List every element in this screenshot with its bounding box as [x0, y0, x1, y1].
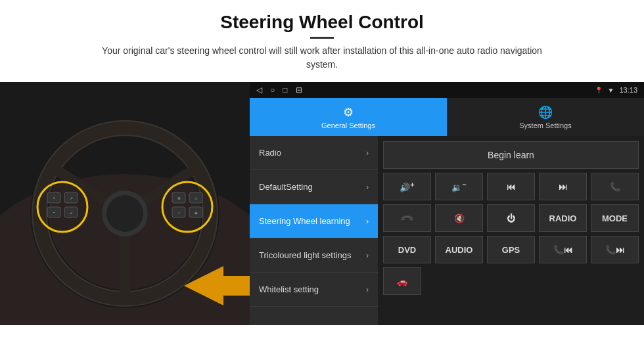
- chevron-icon: ›: [366, 217, 369, 226]
- android-ui: ◁ ○ □ ⊟ 📍 ▼ 13:13 ⚙ General Settings 🌐 S…: [250, 82, 644, 325]
- vol-down-icon: 🔉−: [451, 181, 466, 192]
- tel-prev-button[interactable]: 📞⏮: [539, 236, 587, 263]
- page-subtitle: Your original car's steering wheel contr…: [92, 44, 552, 72]
- divider: [310, 37, 334, 39]
- svg-text:−: −: [53, 210, 55, 215]
- system-settings-icon: 🌐: [538, 105, 553, 120]
- prev-track-button[interactable]: ⏮: [487, 173, 535, 200]
- home-icon[interactable]: ○: [270, 85, 275, 95]
- wifi-icon: ▼: [608, 87, 614, 94]
- steering-wheel-image: + ↗ − ↙ ⊕ ◇ ○ ◈: [0, 82, 250, 325]
- prev-icon: ⏮: [507, 182, 515, 192]
- svg-text:⊕: ⊕: [177, 196, 181, 200]
- hangup-icon: 📞: [400, 211, 415, 225]
- svg-text:○: ○: [177, 211, 180, 215]
- power-icon: ⏻: [507, 213, 515, 223]
- general-settings-icon: ⚙: [343, 105, 354, 120]
- begin-learn-button[interactable]: Begin learn: [383, 141, 639, 169]
- next-icon: ⏭: [559, 182, 567, 192]
- menu-icon[interactable]: ⊟: [296, 85, 302, 95]
- controls-panel: Begin learn 🔊+ 🔉− ⏮ ⏭: [378, 136, 644, 325]
- page-header: Steering Wheel Control Your original car…: [0, 0, 644, 76]
- chevron-icon: ›: [366, 148, 369, 158]
- ctrl-row-4: 🚗: [383, 267, 639, 295]
- power-button[interactable]: ⏻: [487, 204, 535, 232]
- gps-label: GPS: [502, 245, 520, 255]
- audio-button[interactable]: AUDIO: [435, 236, 483, 263]
- chevron-icon: ›: [366, 285, 369, 294]
- tel-next-icon: 📞⏭: [605, 245, 624, 255]
- status-bar-nav: ◁ ○ □ ⊟: [256, 85, 302, 95]
- mute-button[interactable]: 🔇: [435, 204, 483, 232]
- radio-button[interactable]: RADIO: [539, 204, 587, 232]
- vol-up-button[interactable]: 🔊+: [383, 173, 431, 200]
- begin-learn-row: Begin learn: [383, 141, 639, 169]
- tel-prev-icon: 📞⏮: [553, 245, 572, 255]
- status-bar-right: 📍 ▼ 13:13: [595, 86, 637, 94]
- menu-item-radio[interactable]: Radio ›: [250, 136, 378, 170]
- mode-label: MODE: [602, 213, 628, 223]
- ctrl-row-3: DVD AUDIO GPS 📞⏮ 📞⏭: [383, 236, 639, 263]
- back-icon[interactable]: ◁: [256, 85, 262, 95]
- menu-item-tricoloured[interactable]: Tricoloured light settings ›: [250, 238, 378, 273]
- dvd-label: DVD: [398, 245, 416, 255]
- svg-text:↙: ↙: [70, 211, 73, 215]
- gps-button[interactable]: GPS: [487, 236, 535, 263]
- svg-text:↗: ↗: [70, 196, 73, 200]
- chevron-icon: ›: [366, 183, 369, 192]
- menu-item-whitelist[interactable]: Whitelist setting ›: [250, 273, 378, 307]
- recents-icon[interactable]: □: [283, 85, 287, 95]
- next-track-button[interactable]: ⏭: [539, 173, 587, 200]
- location-icon: 📍: [595, 87, 603, 94]
- hangup-button[interactable]: 📞: [383, 204, 431, 232]
- status-time: 13:13: [619, 86, 637, 94]
- content-area: Radio › DefaultSetting › Steering Wheel …: [250, 136, 644, 325]
- tel-next-button[interactable]: 📞⏭: [591, 236, 639, 263]
- phone-answer-button[interactable]: 📞: [591, 173, 639, 200]
- svg-text:+: +: [53, 196, 55, 200]
- whitelist-icon-button[interactable]: 🚗: [383, 267, 421, 295]
- ctrl-row-2: 📞 🔇 ⏻ RADIO MODE: [383, 204, 639, 232]
- tab-general-label: General Settings: [321, 122, 375, 129]
- main-content: + ↗ − ↙ ⊕ ◇ ○ ◈ ◁ ○ □ ⊟: [0, 82, 644, 325]
- car-whitelist-icon: 🚗: [397, 277, 407, 286]
- vol-down-button[interactable]: 🔉−: [435, 173, 483, 200]
- tabs-row: ⚙ General Settings 🌐 System Settings: [250, 98, 644, 136]
- phone-icon: 📞: [610, 182, 620, 192]
- page-title: Steering Wheel Control: [0, 12, 644, 33]
- mode-button[interactable]: MODE: [591, 204, 639, 232]
- svg-text:◈: ◈: [195, 211, 198, 215]
- mute-icon: 🔇: [454, 213, 465, 223]
- dvd-button[interactable]: DVD: [383, 236, 431, 263]
- svg-point-9: [106, 195, 143, 232]
- audio-label: AUDIO: [446, 245, 473, 255]
- menu-list: Radio › DefaultSetting › Steering Wheel …: [250, 136, 378, 325]
- menu-item-steering[interactable]: Steering Wheel learning ›: [250, 204, 378, 238]
- tab-system-label: System Settings: [519, 122, 571, 129]
- tab-system[interactable]: 🌐 System Settings: [447, 98, 644, 136]
- svg-text:◇: ◇: [195, 196, 198, 200]
- status-bar: ◁ ○ □ ⊟ 📍 ▼ 13:13: [250, 82, 644, 98]
- menu-item-default[interactable]: DefaultSetting ›: [250, 170, 378, 204]
- ctrl-row-1: 🔊+ 🔉− ⏮ ⏭ 📞: [383, 173, 639, 200]
- radio-label: RADIO: [549, 213, 577, 223]
- chevron-icon: ›: [366, 251, 369, 260]
- vol-up-icon: 🔊+: [400, 181, 414, 192]
- tab-general[interactable]: ⚙ General Settings: [250, 98, 447, 136]
